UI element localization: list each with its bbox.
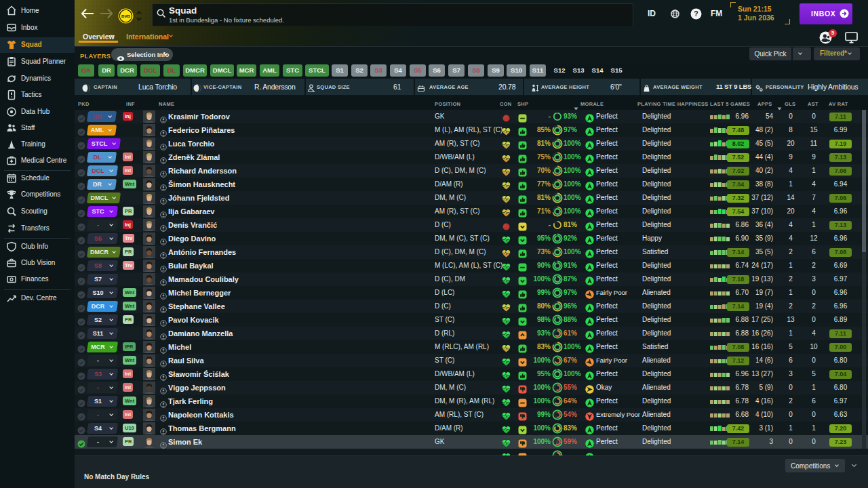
svg-text:BVB: BVB: [121, 14, 131, 18]
svg-text:?: ?: [694, 9, 698, 18]
